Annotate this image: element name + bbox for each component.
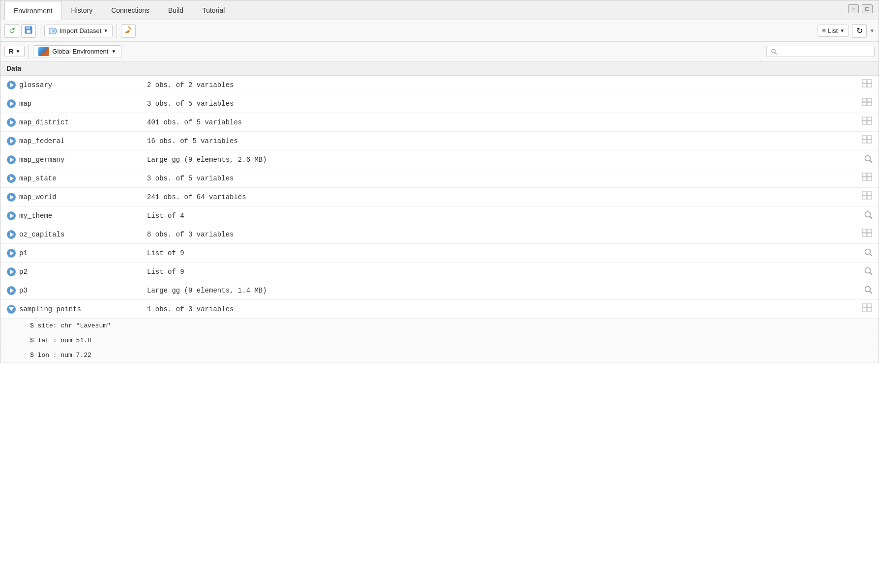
grid-view-icon[interactable] (862, 135, 873, 147)
window-controls: − □ (848, 4, 873, 13)
search-icon (771, 48, 777, 55)
broom-icon (124, 26, 133, 36)
list-label: List (828, 27, 838, 34)
list-view-button[interactable]: ≡ List ▼ (818, 25, 849, 37)
svg-line-35 (870, 216, 872, 219)
play-icon (7, 211, 16, 220)
svg-rect-19 (867, 121, 872, 124)
table-row[interactable]: p1List of 9 (0, 244, 879, 263)
separator-1 (40, 24, 40, 38)
reload-button[interactable]: ↻ (852, 24, 867, 38)
svg-rect-31 (867, 192, 872, 195)
tab-connections[interactable]: Connections (102, 0, 159, 20)
grid-view-icon[interactable] (862, 303, 873, 315)
svg-point-40 (865, 249, 871, 254)
table-row[interactable]: p3Large gg (9 elements, 1.4 MB) (0, 281, 879, 300)
svg-rect-20 (862, 136, 867, 139)
refresh-button[interactable]: ↺ (4, 24, 19, 38)
play-icon (7, 81, 16, 89)
minimize-button[interactable]: − (848, 4, 859, 13)
table-row[interactable]: map3 obs. of 5 variables (0, 94, 879, 113)
variable-desc: List of 9 (147, 249, 855, 257)
svg-rect-39 (867, 233, 872, 236)
magnify-icon[interactable] (864, 248, 873, 259)
variable-name: my_theme (19, 212, 147, 220)
variable-desc: 2 obs. of 2 variables (147, 81, 855, 89)
svg-rect-28 (862, 177, 867, 180)
variable-desc: 3 obs. of 5 variables (147, 100, 855, 108)
svg-rect-37 (867, 229, 872, 233)
magnify-icon[interactable] (864, 285, 873, 296)
svg-rect-49 (867, 308, 872, 311)
table-row[interactable]: glossary2 obs. of 2 variables (0, 76, 879, 94)
svg-rect-16 (862, 117, 867, 120)
variable-name: p1 (19, 249, 147, 257)
env-label: Global Environment (52, 48, 108, 55)
clear-button[interactable] (121, 24, 136, 38)
play-icon (7, 137, 16, 146)
refresh-icon: ↺ (9, 26, 15, 35)
table-row[interactable]: map_federal16 obs. of 5 variables (0, 132, 879, 150)
svg-rect-11 (867, 84, 872, 87)
save-button[interactable] (21, 24, 36, 38)
svg-rect-14 (862, 102, 867, 106)
magnify-icon[interactable] (864, 210, 873, 221)
section-header: Data (0, 61, 879, 76)
table-row[interactable]: sampling_points1 obs. of 3 variables (0, 300, 879, 319)
tab-tutorial[interactable]: Tutorial (193, 0, 234, 20)
grid-view-icon[interactable] (862, 191, 873, 203)
maximize-button[interactable]: □ (862, 4, 873, 13)
svg-point-42 (865, 267, 871, 273)
play-icon (7, 249, 16, 258)
table-row[interactable]: map_state3 obs. of 5 variables (0, 169, 879, 188)
variable-desc: 3 obs. of 5 variables (147, 175, 855, 182)
grid-view-icon[interactable] (862, 98, 873, 109)
variable-desc: 1 obs. of 3 variables (147, 305, 855, 313)
table-row[interactable]: my_themeList of 4 (0, 206, 879, 225)
magnify-icon[interactable] (864, 154, 873, 165)
svg-rect-48 (862, 308, 867, 311)
variable-desc: List of 9 (147, 268, 855, 276)
variable-desc: 8 obs. of 3 variables (147, 231, 855, 238)
variable-desc: 16 obs. of 5 variables (147, 137, 855, 145)
r-version-dropdown[interactable]: R ▼ (4, 46, 25, 57)
toolbar: ↺ Import Dataset ▼ (0, 20, 879, 42)
global-env-dropdown[interactable]: Global Environment ▼ (33, 45, 121, 58)
grid-view-icon[interactable] (862, 117, 873, 128)
svg-line-25 (870, 160, 872, 163)
grid-view-icon[interactable] (862, 79, 873, 90)
table-row[interactable]: oz_capitals8 obs. of 3 variables (0, 225, 879, 244)
svg-point-34 (865, 211, 871, 217)
r-arrow: ▼ (15, 49, 20, 54)
svg-rect-22 (862, 140, 867, 143)
svg-rect-18 (862, 121, 867, 124)
import-dataset-button[interactable]: Import Dataset ▼ (44, 25, 113, 37)
magnify-icon[interactable] (864, 266, 873, 277)
table-row[interactable]: p2List of 9 (0, 263, 879, 281)
grid-view-icon[interactable] (862, 173, 873, 184)
down-icon (7, 305, 16, 314)
search-box[interactable] (766, 46, 875, 57)
svg-rect-47 (867, 304, 872, 307)
play-icon (7, 286, 16, 295)
r-label: R (9, 48, 13, 55)
variable-desc: Large gg (9 elements, 2.6 MB) (147, 156, 855, 164)
table-row[interactable]: map_world241 obs. of 64 variables (0, 188, 879, 206)
svg-rect-21 (867, 136, 872, 139)
search-input[interactable] (780, 48, 870, 55)
grid-view-icon[interactable] (862, 229, 873, 240)
variable-name: p3 (19, 287, 147, 294)
table-row[interactable]: map_germanyLarge gg (9 elements, 2.6 MB) (0, 150, 879, 169)
reload-icon: ↻ (856, 26, 863, 35)
table-row[interactable]: map_district401 obs. of 5 variables (0, 113, 879, 132)
tab-build[interactable]: Build (159, 0, 193, 20)
save-icon (25, 26, 32, 36)
svg-rect-38 (862, 233, 867, 236)
tab-history[interactable]: History (62, 0, 102, 20)
variable-name: map_germany (19, 156, 147, 164)
svg-line-45 (870, 291, 872, 294)
tab-environment[interactable]: Environment (4, 1, 62, 20)
svg-rect-10 (862, 84, 867, 87)
svg-rect-13 (867, 98, 872, 102)
svg-line-43 (870, 272, 872, 275)
